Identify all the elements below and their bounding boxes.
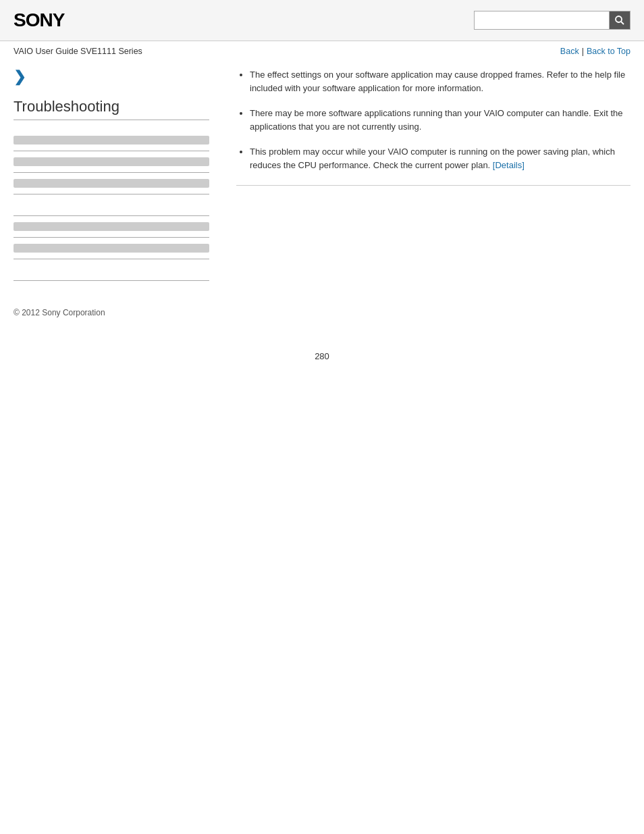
svg-point-0	[616, 16, 622, 22]
list-item	[14, 151, 209, 173]
sidebar-link-placeholder	[14, 136, 209, 145]
search-button[interactable]	[609, 11, 630, 30]
list-item: The effect settings on your software app…	[250, 68, 630, 95]
main-content: ❯ Troubleshooting	[0, 61, 644, 294]
sidebar-link-placeholder	[14, 157, 209, 166]
list-item	[14, 173, 209, 194]
sidebar-link-placeholder	[14, 179, 209, 188]
sidebar-links	[14, 130, 209, 281]
footer: © 2012 Sony Corporation	[0, 294, 644, 324]
back-link[interactable]: Back	[560, 47, 579, 56]
sony-logo: SONY	[14, 9, 64, 31]
list-item: This problem may occur while your VAIO c…	[250, 145, 630, 172]
content-list: The effect settings on your software app…	[236, 68, 630, 172]
page-number: 280	[0, 351, 644, 375]
header: SONY	[0, 0, 644, 41]
sidebar-title: Troubleshooting	[14, 98, 209, 120]
search-input[interactable]	[474, 11, 609, 30]
bullet-text-1: The effect settings on your software app…	[250, 70, 625, 93]
list-item	[14, 259, 209, 281]
nav-bar: VAIO User Guide SVE1111 Series Back | Ba…	[0, 41, 644, 61]
list-item	[14, 238, 209, 259]
sidebar-link-placeholder	[14, 244, 209, 253]
list-item	[14, 130, 209, 151]
nav-separator: |	[582, 47, 584, 56]
nav-right: Back | Back to Top	[560, 47, 630, 56]
copyright: © 2012 Sony Corporation	[14, 308, 105, 317]
sidebar: ❯ Troubleshooting	[14, 68, 223, 281]
bullet-text-2: There may be more software applications …	[250, 108, 623, 132]
list-item	[14, 216, 209, 238]
breadcrumb: VAIO User Guide SVE1111 Series	[14, 47, 142, 56]
chevron-icon: ❯	[14, 68, 209, 86]
details-link[interactable]: [Details]	[493, 160, 525, 170]
bullet-text-3: This problem may occur while your VAIO c…	[250, 147, 615, 170]
search-area	[474, 11, 630, 30]
list-item: There may be more software applications …	[250, 107, 630, 133]
list-item	[14, 194, 209, 216]
content-divider	[236, 185, 630, 186]
sidebar-link-placeholder	[14, 222, 209, 231]
svg-line-1	[621, 22, 624, 24]
back-to-top-link[interactable]: Back to Top	[587, 47, 630, 56]
content-area: The effect settings on your software app…	[223, 68, 630, 281]
search-icon	[614, 15, 625, 26]
